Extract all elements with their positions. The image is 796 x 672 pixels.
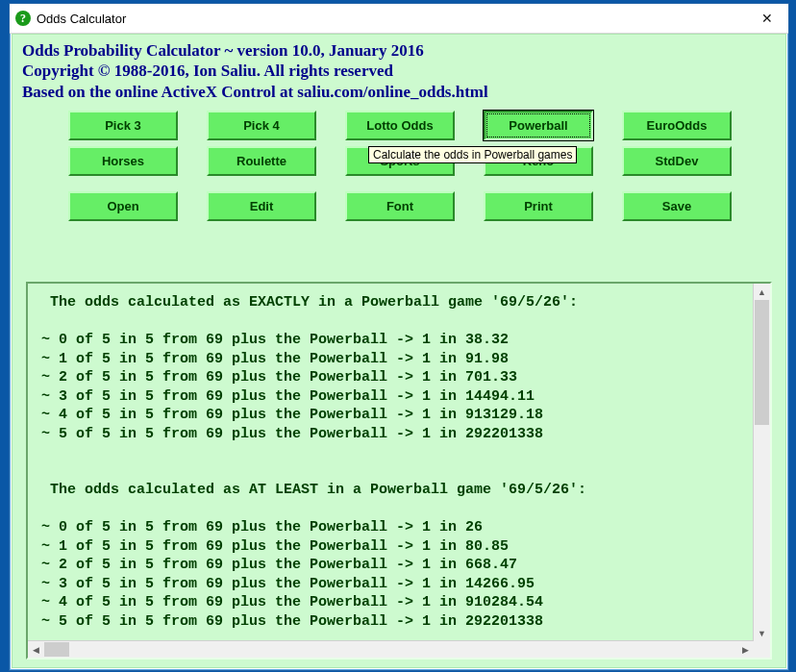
pick4-button[interactable]: Pick 4 — [207, 111, 316, 140]
scroll-right-icon[interactable]: ▶ — [737, 641, 754, 658]
tooltip: Calculate the odds in Powerball games — [368, 146, 577, 163]
horizontal-scrollbar[interactable]: ◀ ▶ — [28, 640, 754, 658]
scroll-down-icon[interactable]: ▼ — [754, 625, 770, 641]
window-title: Odds Calculator — [37, 12, 126, 26]
button-row-1: Pick 3 Pick 4 Lotto Odds Powerball EuroO… — [12, 108, 785, 143]
scroll-corner — [754, 641, 770, 658]
output-text[interactable]: The odds calculated as EXACTLY in a Powe… — [28, 284, 754, 641]
desktop-background: ? Odds Calculator ✕ Odds Probability Cal… — [0, 0, 796, 672]
print-button[interactable]: Print — [484, 191, 593, 221]
pick3-button[interactable]: Pick 3 — [68, 111, 178, 140]
button-panel: Pick 3 Pick 4 Lotto Odds Powerball EuroO… — [12, 104, 785, 226]
euroodds-button[interactable]: EuroOdds — [622, 111, 732, 140]
edit-button[interactable]: Edit — [207, 191, 316, 221]
save-button[interactable]: Save — [622, 191, 732, 221]
open-button[interactable]: Open — [68, 191, 178, 221]
horses-button[interactable]: Horses — [68, 146, 178, 176]
stddev-button[interactable]: StdDev — [622, 146, 732, 176]
button-row-3: Open Edit Font Print Save — [12, 188, 785, 224]
roulette-button[interactable]: Roulette — [207, 146, 316, 176]
powerball-button[interactable]: Powerball — [484, 111, 593, 140]
lotto-odds-button[interactable]: Lotto Odds — [345, 111, 455, 140]
header-text: Odds Probability Calculator ~ version 10… — [12, 35, 785, 104]
scroll-up-icon[interactable]: ▲ — [754, 284, 770, 300]
client-area: Odds Probability Calculator ~ version 10… — [12, 34, 786, 668]
header-line-3: Based on the online ActiveX Control at s… — [22, 82, 776, 102]
close-button[interactable]: ✕ — [745, 4, 788, 33]
font-button[interactable]: Font — [345, 191, 455, 221]
output-panel: The odds calculated as EXACTLY in a Powe… — [26, 282, 772, 660]
vertical-scrollbar[interactable]: ▲ ▼ — [753, 284, 770, 641]
close-icon: ✕ — [761, 11, 773, 26]
odds-calculator-window: ? Odds Calculator ✕ Odds Probability Cal… — [9, 3, 789, 671]
titlebar[interactable]: ? Odds Calculator ✕ — [10, 4, 788, 34]
scroll-left-icon[interactable]: ◀ — [28, 641, 44, 658]
hscroll-thumb[interactable] — [44, 642, 69, 657]
header-line-2: Copyright © 1988-2016, Ion Saliu. All ri… — [22, 61, 776, 81]
help-icon: ? — [15, 11, 31, 26]
header-line-1: Odds Probability Calculator ~ version 10… — [22, 40, 776, 61]
vscroll-thumb[interactable] — [755, 300, 769, 425]
